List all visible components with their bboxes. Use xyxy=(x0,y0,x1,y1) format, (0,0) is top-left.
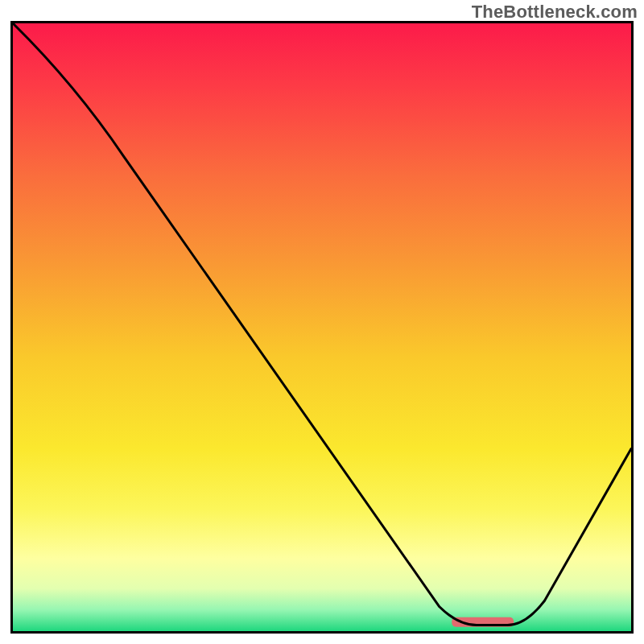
plot-area xyxy=(10,21,634,634)
chart-svg xyxy=(13,23,631,631)
watermark-text: TheBottleneck.com xyxy=(472,2,638,23)
chart-frame: TheBottleneck.com xyxy=(0,0,644,644)
gradient-backdrop xyxy=(13,23,631,631)
